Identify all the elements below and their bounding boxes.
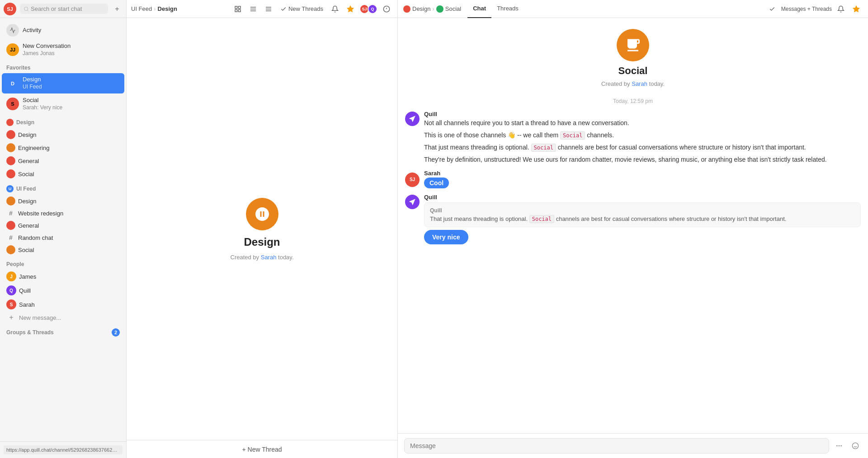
- right-channel-created: Created by Sarah today.: [601, 80, 665, 87]
- svg-rect-3: [238, 6, 241, 9]
- social-fav-avatar: S: [6, 98, 19, 110]
- quill-message-avatar: [405, 112, 420, 126]
- new-conversation-label: New Conversation: [23, 42, 71, 50]
- svg-rect-4: [235, 9, 237, 12]
- sidebar-item-social-favorite[interactable]: S Social Sarah: Very nice: [2, 94, 124, 114]
- new-threads-label: New Threads: [288, 5, 323, 12]
- right-created-by[interactable]: Sarah: [632, 80, 647, 87]
- right-breadcrumb-channel: Social: [445, 5, 461, 12]
- quill-reply-avatar: [405, 195, 420, 209]
- message-input[interactable]: [404, 438, 829, 453]
- right-channel-icon-large: [617, 29, 649, 61]
- star-icon[interactable]: [344, 3, 357, 15]
- sidebar-item-sarah[interactable]: S Sarah: [2, 298, 124, 311]
- sidebar-item-design-uifeed[interactable]: Design: [2, 195, 124, 207]
- svg-marker-12: [347, 6, 353, 12]
- design-channel-name: Design: [18, 131, 36, 138]
- timestamp-divider: Today, 12:59 pm: [405, 94, 861, 108]
- messages-threads-label: Messages + Threads: [781, 6, 832, 12]
- emoji-icon[interactable]: [849, 439, 862, 452]
- footer-url: https://app.quill.chat/channel/529268238…: [4, 445, 123, 454]
- sidebar-item-james[interactable]: J James: [2, 270, 124, 283]
- social-fav-label: Social: [23, 97, 62, 104]
- sidebar-item-activity[interactable]: Activity: [2, 21, 124, 39]
- bell-icon[interactable]: [329, 3, 341, 15]
- bell-icon-right[interactable]: [835, 3, 847, 15]
- star-icon-right[interactable]: [850, 3, 863, 15]
- search-bar[interactable]: Search or start chat: [20, 4, 108, 14]
- right-tabs: Chat Threads: [467, 0, 524, 18]
- quoted-message: Quill That just means threading is optio…: [424, 202, 861, 227]
- tab-chat[interactable]: Chat: [467, 0, 491, 18]
- right-breadcrumb: Design › Social: [403, 5, 461, 13]
- favorites-label: Favorites: [0, 60, 126, 73]
- middle-channel-created: Created by Sarah today.: [231, 254, 294, 261]
- middle-user-avatars: SJ Q: [359, 4, 377, 14]
- design-section-label: Design: [0, 114, 126, 128]
- more-options-icon[interactable]: [833, 439, 845, 452]
- view-icon-2[interactable]: [247, 3, 259, 15]
- sidebar-item-general-design[interactable]: General: [2, 154, 124, 167]
- quill-para-1: Not all channels require you to start a …: [424, 118, 861, 128]
- sidebar-item-quill[interactable]: Q Quill: [2, 284, 124, 297]
- quill-message-body: Quill Not all channels require you to st…: [424, 111, 861, 164]
- social-fav-sub: Sarah: Very nice: [23, 104, 62, 112]
- tab-threads[interactable]: Threads: [491, 0, 524, 18]
- add-button[interactable]: +: [112, 4, 123, 14]
- svg-rect-2: [235, 6, 237, 9]
- sidebar-item-social-uifeed[interactable]: Social: [2, 243, 124, 256]
- sidebar-item-general-uifeed[interactable]: General: [2, 219, 124, 232]
- sidebar-item-new-message[interactable]: + New message...: [2, 312, 124, 323]
- quill-para-2: This is one of those channels 👋 -- we ca…: [424, 131, 861, 140]
- cool-reaction[interactable]: Cool: [424, 178, 449, 188]
- sidebar-header: SJ Search or start chat +: [0, 0, 126, 18]
- design-fav-sub: UI Feed: [23, 84, 42, 91]
- sidebar-item-new-conversation[interactable]: JJ New Conversation James Jonas: [2, 40, 124, 60]
- general-design-icon: [6, 156, 15, 165]
- middle-breadcrumb: UI Feed › Design: [131, 5, 177, 12]
- sidebar-item-random-chat[interactable]: # Random chat: [2, 232, 124, 243]
- breadcrumb-channel: Design: [158, 5, 177, 12]
- svg-line-1: [27, 10, 28, 11]
- view-icon-1[interactable]: [231, 3, 244, 15]
- sidebar: SJ Search or start chat + Activity JJ Ne…: [0, 0, 127, 458]
- info-icon[interactable]: [380, 3, 393, 15]
- quill-avatar: Q: [6, 285, 16, 295]
- breadcrumb-workspace: UI Feed: [131, 5, 152, 12]
- very-nice-bubble[interactable]: Very nice: [424, 230, 468, 244]
- user-avatar[interactable]: SJ: [4, 3, 16, 15]
- svg-point-17: [839, 445, 839, 446]
- svg-point-19: [837, 445, 837, 446]
- random-chat-name: Random chat: [18, 234, 53, 241]
- new-thread-button[interactable]: + New Thread: [127, 440, 397, 458]
- new-threads-button[interactable]: New Threads: [278, 5, 326, 13]
- sarah-message-avatar: SJ: [405, 173, 420, 187]
- design-label: Design: [16, 119, 34, 126]
- middle-created-by[interactable]: Sarah: [261, 254, 277, 261]
- sidebar-footer: https://app.quill.chat/channel/529268238…: [0, 441, 126, 458]
- middle-content: Design Created by Sarah today.: [127, 18, 397, 440]
- checkmark-icon[interactable]: [766, 3, 778, 15]
- activity-icon: [6, 24, 19, 37]
- uifeed-section-label: U UI Feed: [0, 181, 126, 194]
- right-panel: Design › Social Chat Threads Messages + …: [398, 0, 868, 458]
- design-fav-label: Design: [23, 76, 42, 84]
- james-avatar: JJ: [6, 43, 19, 56]
- sidebar-item-website-redesign[interactable]: # Website redesign: [2, 208, 124, 219]
- sidebar-item-engineering[interactable]: Engineering: [2, 141, 124, 154]
- sidebar-item-design-channel[interactable]: Design: [2, 128, 124, 141]
- social-uifeed-name: Social: [18, 247, 34, 253]
- quill-para-3: That just means threading is optional. S…: [424, 143, 861, 152]
- middle-panel: UI Feed › Design New Threads: [127, 0, 398, 458]
- middle-header-icons: New Threads SJ Q: [231, 3, 393, 15]
- hash-icon-website: #: [6, 210, 15, 217]
- right-header-icons: Messages + Threads: [766, 3, 863, 15]
- view-icon-3[interactable]: [262, 3, 275, 15]
- new-thread-label: + New Thread: [242, 446, 282, 453]
- james-name: James: [19, 273, 36, 280]
- right-breadcrumb-sep1: ›: [432, 5, 434, 12]
- uifeed-section-icon: U: [6, 185, 14, 192]
- quill-reply-body: Quill Quill That just means threading is…: [424, 194, 861, 244]
- sidebar-item-design-favorite[interactable]: D Design UI Feed: [2, 73, 124, 93]
- sidebar-item-social-design[interactable]: Social: [2, 168, 124, 180]
